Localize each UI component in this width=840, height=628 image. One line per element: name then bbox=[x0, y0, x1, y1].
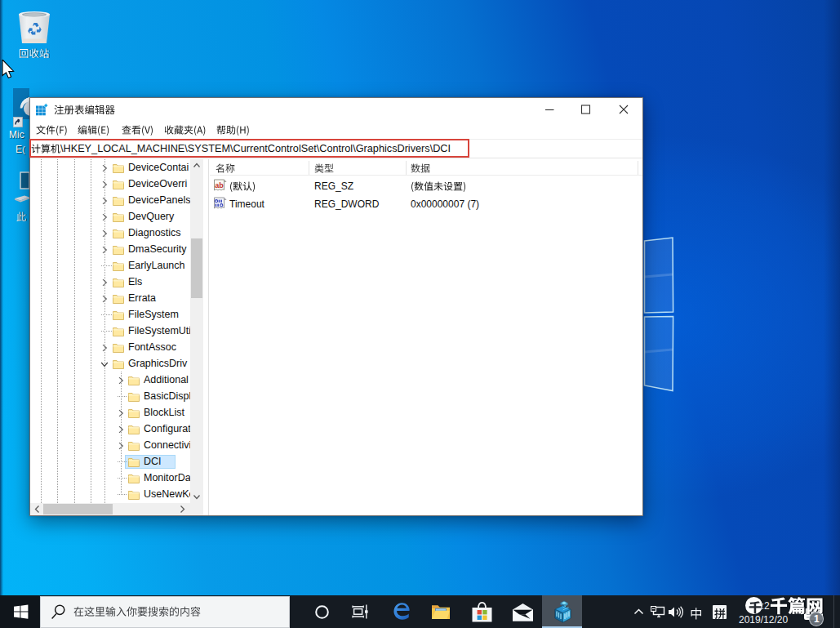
svg-text:ab: ab bbox=[215, 181, 224, 189]
